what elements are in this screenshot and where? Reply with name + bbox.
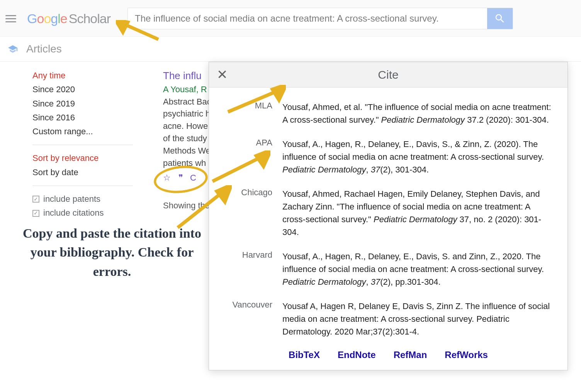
export-refman[interactable]: RefMan <box>394 350 427 360</box>
svg-marker-5 <box>257 150 270 166</box>
top-header: Google Scholar <box>0 0 581 37</box>
result-title[interactable]: The influ <box>163 69 211 83</box>
cite-row-apa: APA Yousaf, A., Hagen, R., Delaney, E., … <box>224 138 552 176</box>
cite-label: Vancouver <box>224 300 282 338</box>
export-endnote[interactable]: EndNote <box>338 350 376 360</box>
cite-text-vancouver[interactable]: Yousaf A, Hagen R, Delaney E, Davis S, Z… <box>282 300 552 338</box>
include-patents-checkbox[interactable]: ✓ include patents <box>32 192 133 206</box>
cite-text-mla[interactable]: Yousaf, Ahmed, et al. "The influence of … <box>282 101 552 126</box>
cite-row-vancouver: Vancouver Yousaf A, Hagen R, Delaney E, … <box>224 300 552 338</box>
export-refworks[interactable]: RefWorks <box>445 350 488 360</box>
sort-by-relevance[interactable]: Sort by relevance <box>32 151 133 165</box>
search-input[interactable] <box>128 8 487 29</box>
cite-text-harvard[interactable]: Yousaf, A., Hagen, R., Delaney, E., Davi… <box>282 250 552 288</box>
sort-by-date[interactable]: Sort by date <box>32 166 133 179</box>
svg-line-0 <box>124 24 158 39</box>
svg-line-6 <box>178 191 224 228</box>
filter-since-2020[interactable]: Since 2020 <box>32 83 133 96</box>
cite-row-harvard: Harvard Yousaf, A., Hagen, R., Delaney, … <box>224 250 552 288</box>
svg-marker-7 <box>217 185 231 201</box>
filter-any-time[interactable]: Any time <box>32 69 133 83</box>
include-citations-checkbox[interactable]: ✓ include citations <box>32 206 133 220</box>
cite-modal-header: ✕ Cite <box>209 62 567 88</box>
filter-custom-range[interactable]: Custom range... <box>32 125 133 139</box>
include-citations-label: include citations <box>43 206 104 220</box>
cite-label: Harvard <box>224 250 282 288</box>
svg-marker-1 <box>116 20 127 32</box>
export-bibtex[interactable]: BibTeX <box>289 350 320 360</box>
export-row: BibTeX EndNote RefMan RefWorks <box>224 350 552 360</box>
sidebar: Any time Since 2020 Since 2019 Since 201… <box>32 69 133 220</box>
search-icon <box>494 13 506 24</box>
cite-text-chicago[interactable]: Yousaf, Ahmed, Rachael Hagen, Emily Dela… <box>282 188 552 238</box>
close-icon[interactable]: ✕ <box>217 67 228 82</box>
filter-since-2016[interactable]: Since 2016 <box>32 111 133 125</box>
svg-line-2 <box>228 91 278 112</box>
subheader-label: Articles <box>26 43 62 55</box>
annotation-arrow <box>209 150 270 187</box>
scholar-cap-icon <box>8 44 18 54</box>
checkbox-icon: ✓ <box>32 210 39 217</box>
logo-sub: Scholar <box>69 11 110 26</box>
filter-since-2019[interactable]: Since 2019 <box>32 97 133 111</box>
svg-marker-3 <box>273 85 286 100</box>
cite-body: MLA Yousaf, Ahmed, et al. "The influence… <box>209 88 567 360</box>
svg-line-4 <box>212 156 263 181</box>
search-button[interactable] <box>487 8 513 29</box>
subheader: Articles <box>0 37 581 62</box>
annotation-arrow <box>224 85 286 117</box>
cite-text-apa[interactable]: Yousaf, A., Hagen, R., Delaney, E., Davi… <box>282 138 552 176</box>
hamburger-menu-icon[interactable] <box>5 13 17 24</box>
search-box <box>127 8 513 29</box>
scholar-logo[interactable]: Google Scholar <box>27 11 110 26</box>
annotation-arrow <box>170 185 232 233</box>
include-patents-label: include patents <box>43 192 100 206</box>
cite-row-chicago: Chicago Yousaf, Ahmed, Rachael Hagen, Em… <box>224 188 552 238</box>
checkbox-icon: ✓ <box>32 196 39 203</box>
result-authors: A Yousaf, R <box>163 83 211 96</box>
cite-label: Chicago <box>224 188 282 238</box>
cite-modal-title: Cite <box>209 68 567 81</box>
annotation-arrow <box>116 20 162 45</box>
result-abstract: Abstract Bac psychiatric h acne. Howe of… <box>163 96 211 169</box>
